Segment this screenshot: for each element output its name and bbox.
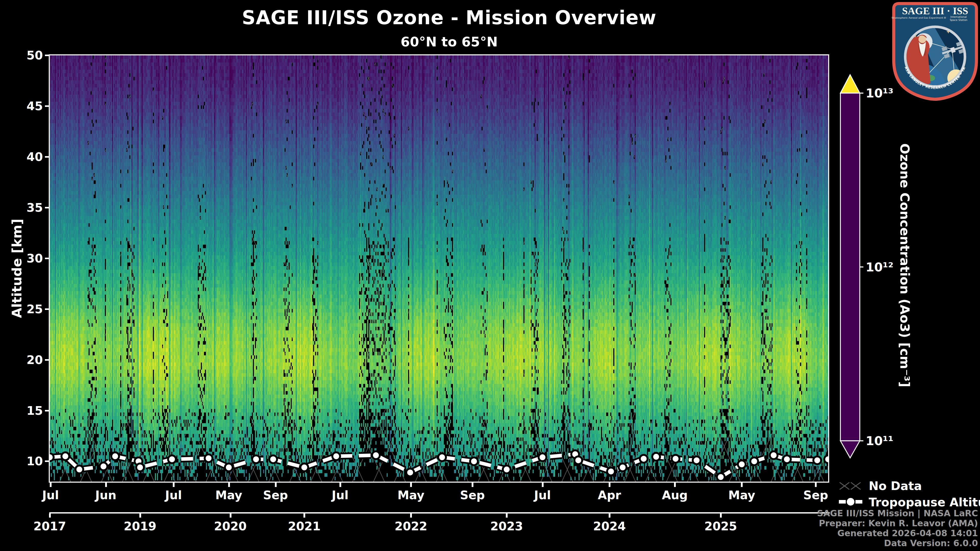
patch-subtitle-left: Stratospheric Aerosol and Gas Experiment…	[892, 16, 946, 19]
x-tick-mark-year	[304, 513, 305, 518]
x-tick-label-month: Jun	[95, 488, 116, 502]
y-tick-label: 15	[15, 404, 43, 418]
x-tick-label-month: May	[397, 488, 424, 502]
y-tick-label: 45	[15, 99, 43, 113]
x-tick-label-year: 2020	[214, 519, 247, 533]
x-tick-label-month: Aug	[662, 488, 688, 502]
y-tick-mark	[45, 359, 49, 361]
y-tick-label: 50	[15, 48, 43, 62]
y-tick-mark	[45, 156, 49, 158]
no-data-hatch-icon	[839, 482, 862, 490]
x-tick-label-month: Jul	[165, 488, 182, 502]
y-tick-mark	[45, 258, 49, 259]
x-tick-label-month: May	[729, 488, 755, 502]
colorbar	[838, 72, 864, 462]
x-tick-label-year: 2022	[395, 519, 427, 533]
x-tick-label-year: 2021	[288, 519, 321, 533]
x-tick-label-month: Jul	[534, 488, 551, 502]
y-tick-label: 30	[15, 251, 43, 265]
colorbar-tick-marks	[860, 93, 863, 441]
x-tick-label-month: Sep	[803, 488, 828, 502]
chart-title: SAGE III/ISS Ozone - Mission Overview	[0, 6, 898, 29]
x-tick-mark-month	[105, 483, 107, 487]
x-tick-label-year: 2023	[490, 519, 523, 533]
y-tick-mark	[45, 410, 49, 411]
colorbar-tick-label: 10¹³	[865, 86, 894, 100]
patch-subtitle-right-1: International	[950, 16, 967, 18]
chart-subtitle: 60°N to 65°N	[0, 34, 898, 49]
figure-root: SAGE III/ISS Ozone - Mission Overview 60…	[0, 0, 980, 551]
x-tick-mark-month	[472, 483, 473, 487]
x-tick-label-year: 2025	[704, 519, 737, 533]
colorbar-extend-max-arrow	[840, 75, 860, 93]
x-tick-label-year: 2024	[593, 519, 626, 533]
x-tick-mark-month	[609, 483, 611, 487]
y-tick-mark	[45, 105, 49, 107]
tropopause-line-icon	[839, 497, 862, 507]
y-tick-mark	[45, 308, 49, 310]
patch-subtitle-right-2: Space Station	[950, 19, 967, 21]
footer-preparer-line: Preparer: Kevin R. Leavor (AMA)	[817, 518, 978, 528]
x-tick-label-month: Apr	[598, 488, 621, 502]
y-tick-mark	[45, 207, 49, 208]
x-tick-mark-year	[720, 513, 722, 518]
x-tick-mark-month	[228, 483, 230, 487]
sage-iii-iss-mission-patch-logo: SAGE III · ISS Stratospheric Aerosol and…	[892, 2, 978, 101]
x-tick-label-month: May	[215, 488, 242, 502]
x-tick-label-year: 2019	[124, 519, 156, 533]
x-tick-mark-month	[410, 483, 412, 487]
y-tick-mark	[45, 55, 49, 56]
footer-credits: SAGE III/ISS Mission | NASA LaRC Prepare…	[817, 508, 978, 548]
y-tick-mark	[45, 460, 49, 462]
y-tick-label: 20	[15, 353, 43, 367]
x-tick-mark-month	[542, 483, 544, 487]
x-tick-mark-month	[741, 483, 743, 487]
year-axis-line	[49, 512, 830, 513]
x-tick-mark-year	[410, 513, 412, 518]
x-tick-mark-month	[275, 483, 277, 487]
y-tick-label: 35	[15, 201, 43, 214]
patch-title: SAGE III · ISS	[902, 5, 968, 17]
plot-area	[49, 54, 829, 483]
y-tick-label: 10	[15, 454, 43, 468]
colorbar-gradient-bar	[840, 93, 860, 441]
x-tick-label-month: Jul	[332, 488, 348, 502]
x-tick-mark-month	[674, 483, 676, 487]
x-tick-mark-month	[815, 483, 817, 487]
x-tick-mark-month	[339, 483, 341, 487]
footer-version-line: Data Version: 6.0.0	[817, 538, 978, 548]
x-tick-mark-year	[609, 513, 611, 518]
x-tick-mark-year	[230, 513, 231, 518]
x-tick-label-month: Sep	[460, 488, 485, 502]
footer-mission-line: SAGE III/ISS Mission | NASA LaRC	[817, 508, 978, 518]
colorbar-tick-label: 10¹¹	[865, 433, 894, 448]
x-tick-mark-year	[139, 513, 141, 518]
x-tick-label-year: 2017	[33, 519, 66, 533]
x-tick-mark-year	[49, 513, 51, 518]
colorbar-tick-label: 10¹²	[865, 260, 894, 275]
y-tick-label: 25	[15, 302, 43, 316]
x-tick-mark-month	[50, 483, 52, 487]
footer-generated-line: Generated 2026-04-08 14:01	[817, 528, 978, 538]
y-tick-label: 40	[15, 150, 43, 164]
x-tick-label-month: Sep	[263, 488, 288, 502]
legend-label-no-data: No Data	[869, 479, 922, 493]
colorbar-label: Ozone Concentration (Ao3) [cm⁻³]	[893, 76, 912, 454]
x-tick-mark-month	[173, 483, 175, 487]
ozone-heatmap-canvas	[50, 56, 828, 482]
x-tick-label-month: Jul	[42, 488, 59, 502]
x-tick-mark-year	[506, 513, 508, 518]
legend-label-tropopause: Tropopause Altitude	[869, 495, 980, 509]
colorbar-extend-min-arrow	[840, 441, 860, 458]
